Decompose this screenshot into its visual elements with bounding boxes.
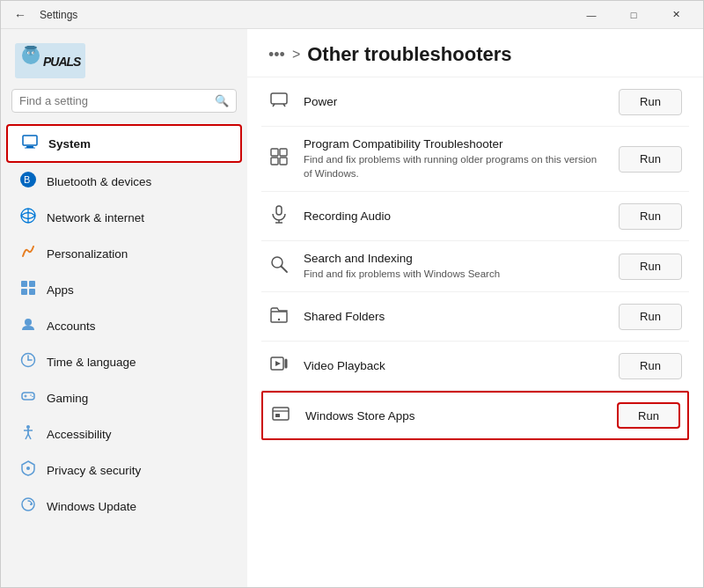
sidebar-item-network[interactable]: Network & internet — [6, 200, 242, 235]
system-icon — [22, 134, 38, 153]
svg-rect-55 — [275, 414, 280, 417]
svg-point-28 — [30, 394, 32, 396]
video-playback-run-button[interactable]: Run — [619, 353, 682, 379]
shared-folders-icon — [268, 305, 290, 328]
sidebar-label-system: System — [48, 137, 91, 151]
search-indexing-run-button[interactable]: Run — [619, 254, 682, 280]
window-controls: — □ ✕ — [571, 1, 696, 29]
svg-rect-37 — [271, 93, 287, 104]
svg-rect-18 — [29, 281, 35, 287]
sidebar: PUALS 🔍 System B — [1, 29, 247, 587]
sidebar-label-accessibility: Accessibility — [47, 428, 112, 441]
troubleshooter-search-indexing: Search and Indexing Find and fix problem… — [261, 241, 689, 292]
maximize-button[interactable]: □ — [613, 1, 654, 29]
shared-folders-run-button[interactable]: Run — [619, 304, 682, 330]
search-box[interactable]: 🔍 — [11, 89, 237, 113]
svg-point-29 — [32, 396, 33, 398]
power-run-button[interactable]: Run — [619, 89, 682, 115]
sidebar-item-system[interactable]: System — [6, 124, 242, 163]
accounts-icon — [20, 316, 36, 335]
recording-audio-name: Recording Audio — [304, 209, 605, 223]
power-icon — [268, 90, 290, 114]
sidebar-label-privacy: Privacy & security — [47, 464, 141, 477]
troubleshooter-program-compat: Program Compatibility Troubleshooter Fin… — [261, 127, 689, 192]
settings-window: ← Settings — □ ✕ — [0, 0, 704, 588]
video-playback-name: Video Playback — [304, 359, 605, 372]
svg-line-48 — [282, 267, 288, 273]
sidebar-label-time: Time & language — [47, 356, 136, 369]
shared-folders-name: Shared Folders — [304, 310, 605, 323]
accessibility-icon — [20, 424, 36, 444]
troubleshooter-recording-audio: Recording Audio Run — [261, 192, 689, 241]
sidebar-item-apps[interactable]: Apps — [6, 272, 242, 307]
svg-rect-41 — [280, 149, 287, 156]
sidebar-label-apps: Apps — [47, 283, 74, 297]
shared-folders-info: Shared Folders — [304, 310, 605, 323]
windows-store-name: Windows Store Apps — [305, 409, 603, 423]
main-panel: ••• > Other troubleshooters Power Run — [247, 29, 703, 587]
titlebar-left: ← Settings — [8, 3, 77, 27]
troubleshooter-video-playback: Video Playback Run — [261, 342, 689, 391]
sidebar-item-personalization[interactable]: Personalization — [6, 236, 242, 271]
video-playback-info: Video Playback — [304, 359, 605, 372]
svg-rect-40 — [271, 149, 278, 156]
svg-point-21 — [25, 319, 32, 326]
program-compat-icon — [268, 147, 290, 171]
sidebar-item-update[interactable]: Windows Update — [6, 489, 242, 524]
sidebar-item-gaming[interactable]: Gaming — [6, 380, 242, 415]
svg-point-35 — [26, 467, 30, 470]
breadcrumb-arrow: > — [292, 47, 300, 62]
page-title: Other troubleshooters — [307, 43, 511, 66]
search-indexing-icon — [268, 254, 290, 278]
svg-rect-17 — [21, 281, 27, 287]
windows-store-icon — [270, 404, 291, 428]
recording-audio-run-button[interactable]: Run — [619, 203, 682, 230]
troubleshooter-windows-store: Windows Store Apps Run — [261, 391, 689, 440]
back-button[interactable]: ← — [8, 3, 33, 27]
minimize-button[interactable]: — — [571, 1, 612, 29]
svg-rect-10 — [23, 136, 37, 145]
logo-area: PUALS — [1, 29, 247, 89]
power-name: Power — [304, 95, 605, 108]
privacy-icon — [20, 460, 36, 480]
svg-rect-44 — [276, 206, 282, 215]
sidebar-label-gaming: Gaming — [47, 392, 88, 405]
panel-header: ••• > Other troubleshooters — [247, 29, 703, 77]
svg-text:B: B — [24, 174, 30, 185]
program-compat-name: Program Compatibility Troubleshooter — [304, 137, 605, 151]
breadcrumb-dots: ••• — [268, 46, 285, 64]
sidebar-item-privacy[interactable]: Privacy & security — [6, 452, 242, 488]
program-compat-info: Program Compatibility Troubleshooter Fin… — [304, 137, 605, 180]
sidebar-label-bluetooth: Bluetooth & devices — [47, 175, 151, 188]
sidebar-label-personalization: Personalization — [47, 247, 128, 261]
sidebar-label-network: Network & internet — [47, 211, 144, 224]
main-content: PUALS 🔍 System B — [1, 29, 703, 587]
sidebar-item-bluetooth[interactable]: B Bluetooth & devices — [6, 164, 242, 199]
svg-line-34 — [28, 434, 31, 439]
windows-store-run-button[interactable]: Run — [617, 402, 680, 429]
windows-store-info: Windows Store Apps — [305, 409, 603, 423]
sidebar-item-time[interactable]: Time & language — [6, 344, 242, 379]
svg-point-8 — [33, 52, 33, 53]
search-input[interactable] — [19, 94, 209, 107]
search-icon: 🔍 — [215, 94, 229, 107]
troubleshooter-list: Power Run Program Compatibility Troubles… — [247, 77, 703, 587]
bluetooth-icon: B — [20, 172, 36, 191]
svg-point-30 — [26, 425, 30, 429]
svg-rect-12 — [25, 148, 35, 149]
titlebar: ← Settings — □ ✕ — [1, 1, 703, 29]
video-playback-icon — [268, 354, 290, 378]
svg-rect-4 — [27, 46, 34, 49]
svg-line-33 — [26, 434, 28, 439]
svg-marker-52 — [275, 361, 281, 366]
program-compat-desc: Find and fix problems with running older… — [304, 152, 605, 180]
troubleshooter-shared-folders: Shared Folders Run — [261, 292, 689, 342]
app-logo: PUALS — [15, 43, 85, 78]
close-button[interactable]: ✕ — [656, 1, 696, 29]
svg-rect-43 — [280, 158, 287, 165]
recording-audio-icon — [268, 204, 290, 228]
program-compat-run-button[interactable]: Run — [619, 146, 682, 173]
recording-audio-info: Recording Audio — [304, 209, 605, 223]
sidebar-item-accounts[interactable]: Accounts — [6, 308, 242, 343]
sidebar-item-accessibility[interactable]: Accessibility — [6, 416, 242, 452]
